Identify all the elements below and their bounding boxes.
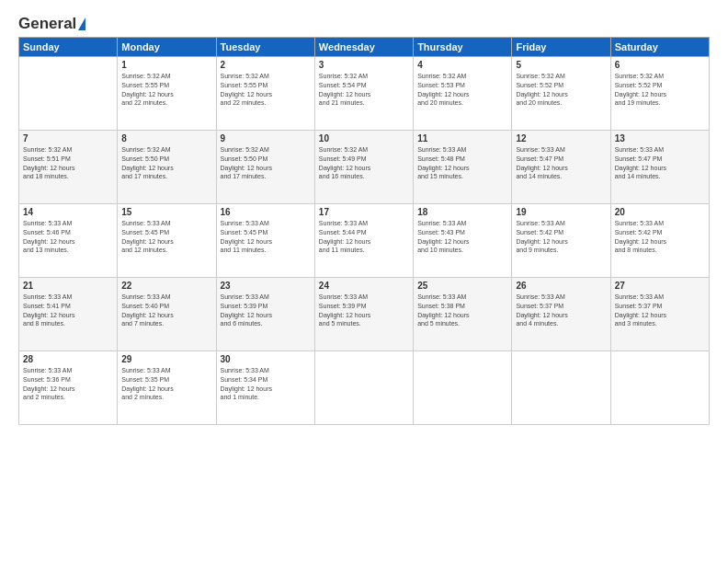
day-info: Sunrise: 5:33 AM Sunset: 5:45 PM Dayligh… — [221, 219, 311, 255]
day-info: Sunrise: 5:33 AM Sunset: 5:48 PM Dayligh… — [417, 145, 507, 181]
weekday-header: Wednesday — [314, 38, 413, 57]
calendar-cell: 4Sunrise: 5:32 AM Sunset: 5:53 PM Daylig… — [414, 57, 512, 131]
calendar-cell: 22Sunrise: 5:33 AM Sunset: 5:40 PM Dayli… — [118, 278, 216, 351]
day-number: 15 — [121, 207, 211, 217]
day-info: Sunrise: 5:33 AM Sunset: 5:45 PM Dayligh… — [121, 219, 211, 255]
weekday-header: Sunday — [19, 38, 118, 57]
calendar-cell: 26Sunrise: 5:33 AM Sunset: 5:37 PM Dayli… — [512, 278, 610, 351]
calendar-cell: 14Sunrise: 5:33 AM Sunset: 5:46 PM Dayli… — [19, 204, 118, 278]
day-number: 30 — [221, 354, 311, 364]
calendar-cell: 25Sunrise: 5:33 AM Sunset: 5:38 PM Dayli… — [414, 278, 512, 351]
calendar-cell — [512, 351, 610, 425]
day-info: Sunrise: 5:33 AM Sunset: 5:46 PM Dayligh… — [23, 219, 113, 255]
calendar-cell: 23Sunrise: 5:33 AM Sunset: 5:39 PM Dayli… — [216, 278, 314, 351]
calendar-cell — [19, 57, 118, 131]
day-info: Sunrise: 5:33 AM Sunset: 5:47 PM Dayligh… — [615, 145, 705, 181]
calendar-table: SundayMondayTuesdayWednesdayThursdayFrid… — [18, 37, 710, 425]
calendar-cell: 18Sunrise: 5:33 AM Sunset: 5:43 PM Dayli… — [414, 204, 512, 278]
day-number: 22 — [121, 281, 211, 291]
calendar-cell: 30Sunrise: 5:33 AM Sunset: 5:34 PM Dayli… — [216, 351, 314, 425]
day-info: Sunrise: 5:33 AM Sunset: 5:43 PM Dayligh… — [417, 219, 507, 255]
calendar-cell: 16Sunrise: 5:33 AM Sunset: 5:45 PM Dayli… — [216, 204, 314, 278]
day-info: Sunrise: 5:32 AM Sunset: 5:51 PM Dayligh… — [23, 145, 113, 181]
calendar-cell: 15Sunrise: 5:33 AM Sunset: 5:45 PM Dayli… — [118, 204, 216, 278]
day-number: 10 — [319, 133, 409, 144]
day-info: Sunrise: 5:32 AM Sunset: 5:50 PM Dayligh… — [121, 145, 211, 181]
calendar-cell — [610, 351, 709, 425]
day-info: Sunrise: 5:33 AM Sunset: 5:37 PM Dayligh… — [615, 293, 705, 328]
logo: General — [18, 15, 85, 31]
day-number: 2 — [221, 60, 311, 70]
day-number: 5 — [516, 60, 606, 70]
day-info: Sunrise: 5:32 AM Sunset: 5:52 PM Dayligh… — [516, 72, 606, 108]
calendar-cell: 29Sunrise: 5:33 AM Sunset: 5:35 PM Dayli… — [118, 351, 216, 425]
day-info: Sunrise: 5:33 AM Sunset: 5:36 PM Dayligh… — [23, 366, 113, 402]
day-info: Sunrise: 5:33 AM Sunset: 5:34 PM Dayligh… — [221, 366, 311, 402]
calendar-cell: 2Sunrise: 5:32 AM Sunset: 5:55 PM Daylig… — [216, 57, 314, 131]
calendar-cell: 3Sunrise: 5:32 AM Sunset: 5:54 PM Daylig… — [314, 57, 413, 131]
day-number: 20 — [615, 207, 705, 217]
day-number: 23 — [221, 281, 311, 291]
day-number: 29 — [121, 354, 211, 364]
logo-triangle-icon — [78, 17, 85, 30]
day-number: 1 — [121, 60, 211, 70]
day-number: 26 — [516, 281, 606, 291]
weekday-header: Friday — [512, 38, 610, 57]
day-number: 6 — [615, 60, 705, 70]
day-number: 4 — [417, 60, 507, 70]
weekday-header: Thursday — [414, 38, 512, 57]
day-info: Sunrise: 5:33 AM Sunset: 5:47 PM Dayligh… — [516, 145, 606, 181]
day-info: Sunrise: 5:33 AM Sunset: 5:44 PM Dayligh… — [319, 219, 409, 255]
day-number: 13 — [615, 133, 705, 144]
day-info: Sunrise: 5:32 AM Sunset: 5:55 PM Dayligh… — [221, 72, 311, 108]
day-number: 11 — [417, 133, 507, 144]
calendar-cell: 27Sunrise: 5:33 AM Sunset: 5:37 PM Dayli… — [610, 278, 709, 351]
day-info: Sunrise: 5:33 AM Sunset: 5:42 PM Dayligh… — [516, 219, 606, 255]
day-number: 14 — [23, 207, 113, 217]
day-info: Sunrise: 5:32 AM Sunset: 5:53 PM Dayligh… — [417, 72, 507, 108]
calendar-cell: 6Sunrise: 5:32 AM Sunset: 5:52 PM Daylig… — [610, 57, 709, 131]
calendar-cell: 17Sunrise: 5:33 AM Sunset: 5:44 PM Dayli… — [314, 204, 413, 278]
day-number: 16 — [221, 207, 311, 217]
day-number: 28 — [23, 354, 113, 364]
day-number: 17 — [319, 207, 409, 217]
day-number: 21 — [23, 281, 113, 291]
day-info: Sunrise: 5:33 AM Sunset: 5:40 PM Dayligh… — [121, 293, 211, 328]
day-info: Sunrise: 5:32 AM Sunset: 5:52 PM Dayligh… — [615, 72, 705, 108]
day-number: 27 — [615, 281, 705, 291]
day-number: 18 — [417, 207, 507, 217]
calendar-cell: 20Sunrise: 5:33 AM Sunset: 5:42 PM Dayli… — [610, 204, 709, 278]
day-info: Sunrise: 5:33 AM Sunset: 5:35 PM Dayligh… — [121, 366, 211, 402]
calendar-cell: 19Sunrise: 5:33 AM Sunset: 5:42 PM Dayli… — [512, 204, 610, 278]
logo-general: General — [18, 15, 76, 33]
calendar-cell: 28Sunrise: 5:33 AM Sunset: 5:36 PM Dayli… — [19, 351, 118, 425]
day-info: Sunrise: 5:32 AM Sunset: 5:50 PM Dayligh… — [221, 145, 311, 181]
day-info: Sunrise: 5:33 AM Sunset: 5:39 PM Dayligh… — [319, 293, 409, 328]
day-info: Sunrise: 5:32 AM Sunset: 5:49 PM Dayligh… — [319, 145, 409, 181]
calendar-cell — [414, 351, 512, 425]
day-number: 9 — [221, 133, 311, 144]
calendar-cell: 9Sunrise: 5:32 AM Sunset: 5:50 PM Daylig… — [216, 131, 314, 204]
calendar-cell: 10Sunrise: 5:32 AM Sunset: 5:49 PM Dayli… — [314, 131, 413, 204]
day-number: 12 — [516, 133, 606, 144]
day-number: 24 — [319, 281, 409, 291]
calendar-cell: 8Sunrise: 5:32 AM Sunset: 5:50 PM Daylig… — [118, 131, 216, 204]
day-info: Sunrise: 5:33 AM Sunset: 5:39 PM Dayligh… — [221, 293, 311, 328]
calendar-cell: 12Sunrise: 5:33 AM Sunset: 5:47 PM Dayli… — [512, 131, 610, 204]
day-info: Sunrise: 5:32 AM Sunset: 5:54 PM Dayligh… — [319, 72, 409, 108]
calendar-cell: 21Sunrise: 5:33 AM Sunset: 5:41 PM Dayli… — [19, 278, 118, 351]
calendar-cell: 1Sunrise: 5:32 AM Sunset: 5:55 PM Daylig… — [118, 57, 216, 131]
day-info: Sunrise: 5:33 AM Sunset: 5:38 PM Dayligh… — [417, 293, 507, 328]
calendar-cell: 13Sunrise: 5:33 AM Sunset: 5:47 PM Dayli… — [610, 131, 709, 204]
day-number: 25 — [417, 281, 507, 291]
day-number: 3 — [319, 60, 409, 70]
day-info: Sunrise: 5:33 AM Sunset: 5:37 PM Dayligh… — [516, 293, 606, 328]
calendar-cell: 11Sunrise: 5:33 AM Sunset: 5:48 PM Dayli… — [414, 131, 512, 204]
day-info: Sunrise: 5:33 AM Sunset: 5:42 PM Dayligh… — [615, 219, 705, 255]
day-number: 19 — [516, 207, 606, 217]
day-number: 7 — [23, 133, 113, 144]
weekday-header: Tuesday — [216, 38, 314, 57]
calendar-cell: 5Sunrise: 5:32 AM Sunset: 5:52 PM Daylig… — [512, 57, 610, 131]
calendar-cell — [314, 351, 413, 425]
weekday-header: Saturday — [610, 38, 709, 57]
